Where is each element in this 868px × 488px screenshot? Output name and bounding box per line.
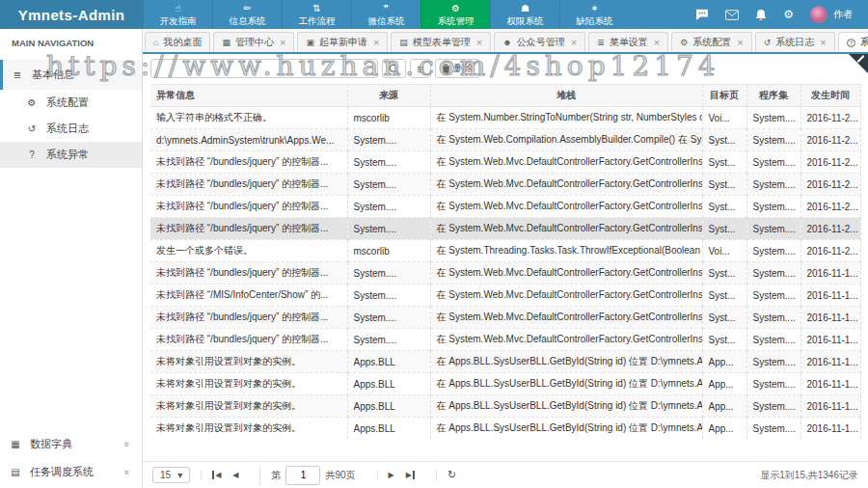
close-icon[interactable]: × [280, 38, 285, 48]
cell-time: 2016-11-1... [800, 395, 860, 418]
cell-message: 未找到路径 “/bundles/jquery” 的控制器... [150, 329, 347, 351]
first-page-button[interactable]: ◀ [212, 471, 221, 479]
sidebar-subitem[interactable]: ⚙ 系统配置 [0, 90, 142, 116]
table-row[interactable]: 未找到路径 “/bundles/jquery” 的控制器... System..… [150, 174, 860, 196]
top-menu-item[interactable]: ⚙ 系统管理 [420, 0, 490, 29]
sidebar-subitem[interactable]: ↺ 系统日志 [0, 116, 142, 142]
cell-stack: 在 Apps.BLL.SysUserBLL.GetById(String id)… [430, 351, 702, 373]
table-row[interactable]: 未找到路径 “/bundles/jquery” 的控制器... System..… [150, 329, 860, 351]
table-row[interactable]: 未将对象引用设置到对象的实例。 Apps.BLL 在 Apps.BLL.SysU… [150, 395, 860, 418]
table-row[interactable]: 未找到路径 “/MIS/InfoCenter/Show” 的... System… [150, 285, 860, 307]
close-icon[interactable]: × [571, 38, 577, 48]
record-summary: 显示1到15,共1346记录 [760, 469, 858, 482]
tab[interactable]: ▤ 模型表单管理 × [391, 32, 491, 52]
search-input[interactable] [150, 59, 378, 78]
column-header-source[interactable]: 来源 [347, 85, 430, 107]
page-size-select[interactable]: 15 ▾ [152, 467, 190, 483]
tab[interactable]: ≣ 菜单设置 × [588, 32, 668, 52]
table-row[interactable]: d:\ymnets.AdminSystem\trunk\Apps.We... S… [150, 129, 860, 151]
cell-assembly: System.... [746, 418, 800, 440]
detail-button[interactable]: ≣ [410, 59, 431, 78]
first-page-icon: ◀ [212, 471, 221, 479]
cell-stack: 在 System.Web.Compilation.AssemblyBuilder… [430, 129, 702, 151]
tab[interactable]: ▦ 管理中心 × [213, 32, 294, 52]
close-icon[interactable]: × [654, 38, 660, 48]
search-button[interactable] [382, 59, 406, 78]
table-row[interactable]: 未将对象引用设置到对象的实例。 Apps.BLL 在 Apps.BLL.SysU… [150, 351, 860, 373]
cell-stack: 在 System.Web.Mvc.DefaultControllerFactor… [430, 151, 702, 174]
top-menu-item[interactable]: ❞ 微信系统 [351, 0, 420, 29]
table-row[interactable]: 未将对象引用设置到对象的实例。 Apps.BLL 在 Apps.BLL.SysU… [150, 373, 860, 395]
bug-icon: ✶ [590, 4, 598, 14]
cell-message: 输入字符串的格式不正确。 [150, 107, 347, 129]
cell-source: System.... [347, 307, 430, 329]
close-icon[interactable]: × [820, 38, 826, 48]
top-menu-item[interactable]: ☝ 开发指南 [143, 0, 212, 29]
user-menu[interactable]: 作者 [810, 6, 853, 23]
cell-target: Syst... [702, 307, 746, 329]
delete-button[interactable]: 删除 [435, 59, 479, 78]
cell-time: 2016-11-1... [800, 307, 860, 329]
column-header-target[interactable]: 目标页 [702, 85, 746, 107]
cell-message: 未找到路径 “/bundles/jquery” 的控制器... [150, 196, 347, 218]
tab[interactable]: ⚙ 系统配置 × [671, 32, 752, 52]
refresh-button[interactable]: ↻ [448, 469, 456, 481]
close-icon[interactable]: × [476, 38, 482, 48]
close-icon[interactable]: × [373, 38, 379, 48]
page-number-input[interactable] [285, 466, 320, 485]
cell-stack: 在 System.Web.Mvc.DefaultControllerFactor… [430, 196, 702, 218]
table-row[interactable]: 未找到路径 “/bundles/jquery” 的控制器... System..… [150, 151, 860, 174]
sidebar-subitem[interactable]: ? 系统异常 [0, 142, 142, 168]
next-page-button[interactable]: ▶ [389, 471, 394, 479]
table-row[interactable]: 未找到路径 “/bundles/jquery” 的控制器... System..… [150, 262, 860, 285]
sidebar-item[interactable]: ▤ 任务调度系统 » [0, 458, 142, 486]
top-menu-item[interactable]: ✏ 信息系统 [212, 0, 282, 29]
bell-icon[interactable] [755, 9, 767, 21]
close-icon[interactable]: × [737, 38, 743, 48]
cell-assembly: System.... [746, 285, 800, 307]
cell-assembly: System.... [746, 151, 800, 174]
sidebar-item[interactable]: ▦ 数据字典 » [0, 430, 142, 458]
brand-logo[interactable]: Ymnets-Admin [0, 0, 143, 29]
cell-time: 2016-11-1... [800, 329, 860, 351]
tab[interactable]: ⌂ 我的桌面 × [145, 32, 210, 52]
pencil-icon: ✏ [243, 4, 251, 14]
table-row[interactable]: 未将对象引用设置到对象的实例。 Apps.BLL 在 Apps.BLL.SysU… [150, 418, 860, 440]
envelope-icon[interactable] [725, 10, 739, 20]
users-icon: ☻ [502, 38, 511, 47]
table-row[interactable]: 未找到路径 “/bundles/jquery” 的控制器... System..… [150, 196, 860, 218]
table-row[interactable]: 未找到路径 “/bundles/jquery” 的控制器... System..… [150, 218, 860, 240]
column-header-stack[interactable]: 堆栈 [430, 85, 702, 107]
table-row[interactable]: 未找到路径 “/bundles/jquery” 的控制器... System..… [150, 307, 860, 329]
question-icon: ? [847, 39, 855, 47]
prev-page-button[interactable]: ◀ [232, 471, 238, 479]
tab[interactable]: ☻ 公众号管理 × [494, 32, 585, 52]
cell-stack: 在 System.Threading.Tasks.Task.ThrowIfExc… [430, 240, 702, 262]
cell-target: App... [702, 351, 746, 373]
cell-target: App... [702, 418, 746, 440]
cogs-icon: ⚙ [451, 4, 460, 14]
cell-assembly: System.... [746, 218, 800, 240]
last-page-button[interactable]: ▶ [406, 471, 415, 479]
tab[interactable]: ▣ 起草新申请 × [297, 32, 388, 52]
column-header-exception[interactable]: 异常信息 [150, 85, 347, 107]
cell-target: Syst... [702, 174, 746, 196]
tab[interactable]: ? 系统异常 × [838, 32, 868, 52]
comment-icon[interactable] [695, 9, 709, 20]
table-row[interactable]: 输入字符串的格式不正确。 mscorlib 在 System.Number.St… [150, 107, 860, 129]
cell-assembly: System.... [746, 107, 800, 129]
cell-assembly: System.... [746, 351, 800, 373]
gears-icon[interactable]: ⚙ [783, 8, 794, 21]
tab[interactable]: ↺ 系统日志 × [755, 32, 835, 52]
column-header-time[interactable]: 发生时间 [800, 85, 860, 107]
top-menu-item[interactable]: ☗ 权限系统 [490, 0, 559, 29]
table-row[interactable]: 发生一个或多个错误。 mscorlib 在 System.Threading.T… [150, 240, 860, 262]
column-header-assembly[interactable]: 程序集 [746, 85, 800, 107]
top-menu-item[interactable]: ⇅ 工作流程 [282, 0, 351, 29]
cell-time: 2016-11-1... [800, 262, 860, 285]
sidebar-header: MAIN NAVIGATION [0, 29, 142, 56]
fullscreen-corner[interactable] [849, 54, 868, 73]
sidebar-item-basic-info[interactable]: ≣ 基本信息 [0, 60, 142, 90]
top-menu-item[interactable]: ✶ 缺陷系统 [559, 0, 629, 29]
cell-stack: 在 Apps.BLL.SysUserBLL.GetById(String id)… [430, 373, 702, 395]
